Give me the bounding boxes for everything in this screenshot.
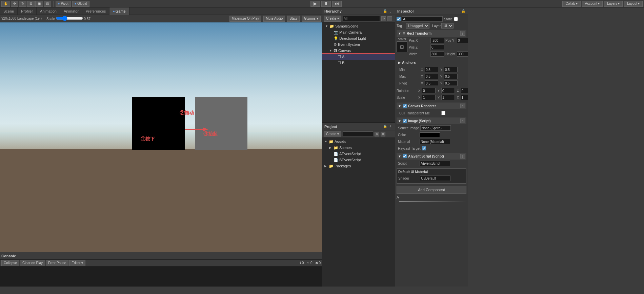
hierarchy-main-camera[interactable]: 📷 Main Camera [322,29,395,35]
tab-animator[interactable]: Animator [60,7,82,15]
scale-slider[interactable] [56,17,83,20]
project-beventscript[interactable]: 📄 BEventScript [322,157,395,163]
hierarchy-directional-light[interactable]: 💡 Directional Light [322,35,395,41]
rotation-x[interactable] [422,88,436,93]
error-pause-btn[interactable]: Error Pause [46,260,68,266]
color-swatch[interactable] [420,132,440,137]
image-script-section[interactable]: ▼ Image (Script) ⋮ [397,117,466,124]
collapse-btn[interactable]: Collapse [1,260,19,266]
canvas-renderer-enabled[interactable] [403,104,407,108]
clear-on-play-btn[interactable]: Clear on Play [20,260,45,266]
tag-dropdown[interactable]: Untagged [406,23,429,29]
inspector-lock-btn[interactable]: 🔒 [461,9,466,14]
global-btn[interactable]: ● Global [72,1,89,7]
raycast-checkbox[interactable] [422,146,426,150]
hierarchy-b[interactable]: ☐ B [322,60,395,66]
hierarchy-search[interactable] [343,16,380,21]
a-event-enabled[interactable] [403,154,407,158]
hierarchy-scene[interactable]: ▼ 📁 SampleScene [322,23,395,29]
anchors-min-x[interactable] [425,67,438,72]
project-filter-btn[interactable]: ⊙ [375,132,379,136]
pivot-btn[interactable]: ● Pivot [56,1,71,7]
project-create-btn[interactable]: Create ▾ [324,131,341,137]
hierarchy-create-btn[interactable]: Create ▾ [324,16,341,22]
static-checkbox[interactable] [454,17,458,21]
maximize-on-play-btn[interactable]: Maximize On Play [229,16,262,22]
hierarchy-a[interactable]: ☐ A [322,54,395,60]
project-lock-btn[interactable]: 🔒 [383,124,387,129]
material-field[interactable] [420,139,450,144]
pos-y-label: Pos Y [445,39,456,42]
layers-btn[interactable]: Layers ▾ [604,1,623,7]
rect-transform-section[interactable]: ▼ ⊞ Rect Transform ⋮ [397,30,466,37]
console-tab[interactable]: Console [1,254,16,258]
scale-tool[interactable]: ⊠ [27,1,35,7]
pos-z-field[interactable] [430,44,444,50]
anchors-max-y[interactable] [444,74,458,79]
step-button[interactable]: ⏭ [332,1,342,7]
pause-button[interactable]: ⏸ [321,1,331,7]
aes-options-btn[interactable]: ⋮ [460,154,465,159]
tab-profiler[interactable]: Profiler [18,7,37,15]
image-enabled[interactable] [403,119,407,123]
pivot-y[interactable] [444,80,458,86]
height-field[interactable] [457,51,468,57]
scale-y[interactable] [441,95,455,100]
hierarchy-sort-btn[interactable]: ↕ [387,16,392,21]
pos-y-field[interactable] [457,38,468,43]
add-component-btn[interactable]: Add Component [397,186,466,194]
hierarchy-more-btn[interactable]: ⋮ [388,9,393,14]
rect-tool[interactable]: ▣ [35,1,43,7]
project-aeventscript[interactable]: 📄 AEventScript [322,151,395,157]
play-button[interactable]: ▶ [310,1,320,7]
anchor-diagram[interactable]: ⊞ [397,41,407,52]
anchors-max-x[interactable] [425,74,438,79]
hierarchy-lock-btn[interactable]: 🔒 [383,9,387,14]
collab-btn[interactable]: Collab ▾ [562,1,580,7]
scale-x[interactable] [422,95,436,100]
cull-transparent-checkbox[interactable] [441,111,445,115]
pivot-x[interactable] [425,80,438,86]
anchors-min-y[interactable] [444,67,458,72]
cr-options-btn[interactable]: ⋮ [460,104,465,108]
hierarchy-canvas[interactable]: ▼ 🖼 Canvas [322,48,395,54]
layer-dropdown[interactable]: UI [441,23,454,29]
project-assets[interactable]: ▼ 📁 Assets [322,139,395,145]
tab-preferences[interactable]: Preferences [82,7,109,15]
canvas-renderer-section[interactable]: ▼ Canvas Renderer ⋮ [397,103,466,109]
layout-btn[interactable]: Layout ▾ [624,1,643,7]
rt-options-btn[interactable]: ⋮ [460,31,465,36]
hierarchy-filter-btn[interactable]: ⊙ [381,16,386,21]
gizmos-btn[interactable]: Gizmos ▾ [302,16,321,22]
tab-scene[interactable]: Scene [0,7,18,15]
hierarchy-event-system[interactable]: ⚙ EventSystem [322,41,395,48]
move-tool[interactable]: ✛ [11,1,18,7]
transform-tool[interactable]: ⊡ [44,1,51,7]
object-name-field[interactable] [402,16,443,22]
editor-btn[interactable]: Editor ▾ [69,260,85,266]
pos-x-field[interactable] [430,38,444,43]
project-more-btn[interactable]: ⋮ [388,124,393,129]
hand-tool[interactable]: ✋ [1,1,10,7]
tab-animation[interactable]: Animation [37,7,60,15]
account-btn[interactable]: Account ▾ [582,1,603,7]
scale-z[interactable] [461,95,468,100]
mute-audio-btn[interactable]: Mute Audio [263,16,285,22]
img-options-btn[interactable]: ⋮ [460,118,465,123]
project-packages[interactable]: ▶ 📁 Packages [322,163,395,169]
script-field[interactable] [420,161,450,166]
rotate-tool[interactable]: ↻ [19,1,26,7]
shader-field[interactable] [420,176,450,181]
rotation-y[interactable] [441,88,455,93]
project-view-btn[interactable]: ☰ [381,132,385,136]
anchors-header[interactable]: ▶ Anchors [397,59,466,66]
stats-btn[interactable]: Stats [287,16,300,22]
width-field[interactable] [430,51,444,57]
project-search[interactable] [343,131,373,137]
a-event-script-section[interactable]: ▼ A Event Script (Script) ⋮ [397,153,466,160]
tab-game[interactable]: ● Game [109,7,129,15]
active-checkbox[interactable] [397,17,401,21]
source-image-field[interactable] [420,125,451,131]
rotation-z[interactable] [461,88,468,93]
project-scenes[interactable]: ▶ 📁 Scenes [322,145,395,151]
